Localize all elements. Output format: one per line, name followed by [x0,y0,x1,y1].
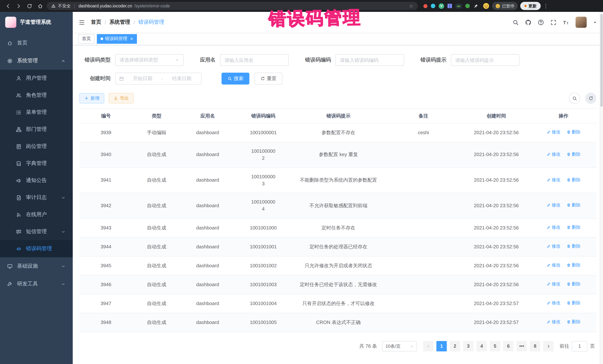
reset-button[interactable]: 重置 [255,73,282,85]
menu-list-icon [16,110,22,115]
update-button[interactable]: 更新 [520,2,541,10]
toggle-search-icon[interactable] [569,93,580,104]
address-bar[interactable]: 不安全 | dashboard.yudao.iocoder.cn/system/… [47,2,418,10]
delete-link[interactable]: 删除 [567,281,580,287]
cell-code: 1001001005 [234,313,292,332]
paused-badge[interactable]: 已暂停 [492,2,518,10]
sidebar-item-home[interactable]: 首页 [0,34,73,52]
grid-extension-icon[interactable] [448,4,452,8]
page-button-5[interactable]: 5 [490,341,500,352]
edit-link[interactable]: 修改 [546,177,560,183]
cell-id: 3946 [79,275,132,294]
sidebar-item-dict-management[interactable]: 字典管理 [0,155,73,172]
user-avatar[interactable] [576,17,587,28]
leaf-extension-icon[interactable] [465,4,470,8]
page-button-4[interactable]: 4 [476,341,487,352]
chevron-down-icon [60,282,66,286]
font-size-icon[interactable]: TT [563,19,569,25]
edit-link[interactable]: 修改 [546,319,560,325]
page-scrollbar[interactable] [600,12,603,364]
sidebar-item-infrastructure[interactable]: 基础设施 [0,257,73,275]
scrollbar-thumb[interactable] [600,14,603,107]
add-button[interactable]: 新增 [79,93,104,103]
sidebar-item-audit-log[interactable]: 审计日志 [0,189,73,206]
tab-error-code[interactable]: 错误码管理× [97,34,137,44]
edit-link[interactable]: 修改 [546,129,560,135]
refresh-table-icon[interactable] [585,93,596,104]
header-search-icon[interactable] [512,19,519,25]
date-range-picker[interactable]: 开始日期 - 结束日期 [115,73,201,85]
sidebar-item-post-management[interactable]: 岗位管理 [0,138,73,155]
sidebar-item-menu-management[interactable]: 菜单管理 [0,104,73,121]
sidebar-item-dev-tools[interactable]: 研发工具 [0,275,73,293]
sidebar-item-dept-management[interactable]: 部门管理 [0,121,73,138]
sidebar-item-error-code-management[interactable]: 错误码管理 [0,240,73,257]
delete-link[interactable]: 删除 [567,262,580,269]
page-button-8[interactable]: 8 [530,341,540,352]
error-hint-input[interactable] [455,57,515,63]
delete-link[interactable]: 删除 [567,319,580,325]
breadcrumb-item[interactable]: 首页 [91,19,101,26]
docs-help-icon[interactable] [538,19,544,25]
sidebar-item-online-users[interactable]: 在线用户 [0,206,73,223]
cell-time: 2021-04-20 23:52:56 [462,193,531,219]
browser-menu-icon[interactable]: ⋮ [543,2,548,10]
next-page-button[interactable] [543,341,554,352]
search-button[interactable]: 搜索 [221,73,249,85]
fullscreen-icon[interactable] [550,19,557,25]
tab-home[interactable]: 首页 [78,34,95,44]
error-type-select[interactable]: 请选择错误码类型 [115,54,184,66]
cell-id: 3947 [79,294,132,313]
app-name-input[interactable] [224,57,284,63]
browser-profile-avatar[interactable] [483,3,489,9]
page-button-6[interactable]: 6 [503,341,514,352]
browser-home-icon[interactable] [36,2,44,10]
back-icon[interactable] [4,2,12,10]
delete-link[interactable]: 删除 [567,243,580,250]
page-button-3[interactable]: 3 [463,341,474,352]
export-button[interactable]: 导出 [109,93,134,103]
sidebar-toggle-icon[interactable] [79,19,85,25]
edit-link[interactable]: 修改 [546,202,560,209]
sidebar-item-notice[interactable]: 通知公告 [0,172,73,189]
edit-link[interactable]: 修改 [546,262,560,269]
colorpicker-extension-icon[interactable] [431,4,435,8]
bookmark-star-icon[interactable]: ☆ [409,3,413,9]
delete-link[interactable]: 删除 [567,224,580,231]
delete-link[interactable]: 删除 [567,300,580,306]
goto-page-input[interactable] [572,341,587,352]
edit-link[interactable]: 修改 [546,224,560,231]
sidebar-item-label: 角色管理 [26,92,47,99]
page-button-1[interactable]: 1 [436,341,447,352]
more-pages-button[interactable]: ••• [517,341,527,352]
github-icon[interactable] [525,19,531,25]
edit-link[interactable]: 修改 [546,300,560,306]
edit-link[interactable]: 修改 [546,281,560,287]
edit-link[interactable]: 修改 [546,243,560,250]
delete-link[interactable]: 删除 [567,151,580,158]
breadcrumb-item[interactable]: 系统管理 [109,19,130,26]
active-tab-dot [101,37,103,40]
page-button-2[interactable]: 2 [450,341,460,352]
delete-link[interactable]: 删除 [567,129,580,135]
delete-link[interactable]: 删除 [567,177,580,183]
page-size-select[interactable]: 10条/页 [382,341,417,352]
forward-icon[interactable] [14,2,23,10]
avatar-caret-icon[interactable] [593,20,597,24]
sidebar-item-role-management[interactable]: 角色管理 [0,87,73,104]
reload-icon[interactable] [25,2,33,10]
edit-link[interactable]: 修改 [546,151,560,158]
close-tab-icon[interactable]: × [130,36,133,41]
delete-link[interactable]: 删除 [567,202,580,209]
switch-extension-icon[interactable]: on [455,3,462,8]
app-logo[interactable]: 芋道管理系统 [0,12,73,33]
recorder-extension-icon[interactable] [423,4,428,8]
add-button-label: 新增 [91,95,99,101]
pin-extension-icon[interactable] [473,3,479,9]
sidebar-item-user-management[interactable]: 用户管理 [0,70,73,87]
prev-page-button[interactable] [423,341,433,352]
sidebar-item-system-management[interactable]: 系统管理 [0,52,73,70]
vue-devtools-extension-icon[interactable]: V [439,3,444,9]
sidebar-item-sms-management[interactable]: 短信管理 [0,223,73,240]
error-code-input[interactable] [340,57,400,63]
